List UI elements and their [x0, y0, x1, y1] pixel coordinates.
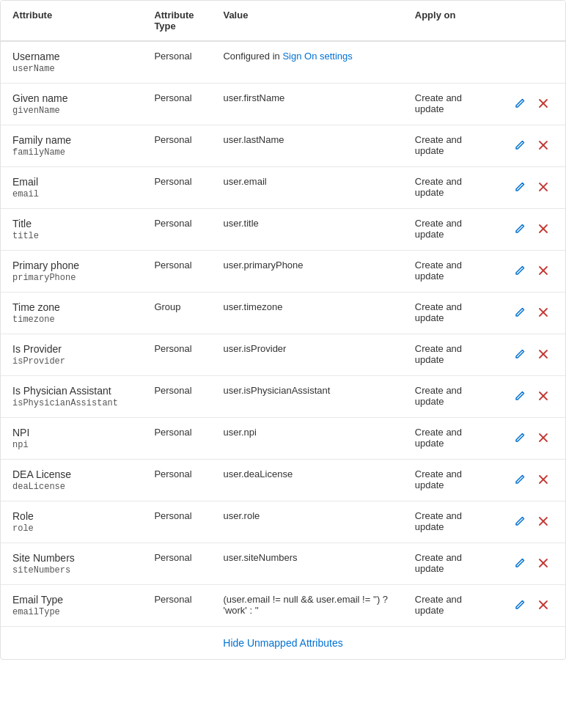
attribute-code: siteNumbers [12, 565, 131, 576]
attribute-cell: Site Numbers siteNumbers [1, 543, 142, 585]
edit-icon [514, 98, 526, 109]
attribute-cell: Is Provider isProvider [1, 334, 142, 376]
edit-button[interactable] [510, 262, 530, 282]
attribute-type-cell: Personal [142, 209, 211, 251]
delete-button[interactable] [533, 596, 554, 616]
attribute-cell: Username userName [1, 41, 142, 84]
attribute-name: Username [12, 51, 131, 62]
actions-cell [495, 460, 565, 501]
delete-button[interactable] [533, 387, 554, 407]
attribute-value-cell: user.npi [211, 418, 403, 460]
attribute-type-cell: Personal [142, 125, 211, 167]
attributes-table: Attribute Attribute Type Value Apply on … [1, 1, 565, 659]
table-header-row: Attribute Attribute Type Value Apply on [1, 1, 565, 41]
edit-button[interactable] [510, 178, 530, 198]
attribute-type-cell: Personal [142, 585, 211, 627]
actions-cell [495, 543, 565, 585]
edit-button[interactable] [510, 387, 530, 407]
edit-icon [514, 181, 526, 193]
edit-button[interactable] [510, 136, 530, 156]
actions-cell [495, 585, 565, 627]
attribute-code: givenName [12, 106, 131, 116]
attribute-name: Email [12, 176, 131, 188]
attribute-value-cell: user.isPhysicianAssistant [211, 376, 403, 418]
table-row: Email Type emailType Personal(user.email… [1, 585, 565, 627]
configured-text: Configured in [223, 51, 282, 62]
edit-button[interactable] [510, 554, 530, 574]
edit-icon [514, 599, 526, 611]
attribute-code: role [12, 523, 131, 534]
apply-on-cell: Create and update [403, 84, 495, 125]
edit-icon [514, 139, 526, 151]
attribute-cell: Is Physician Assistant isPhysicianAssist… [1, 376, 142, 418]
apply-on-cell: Create and update [403, 460, 495, 501]
actions-cell [495, 293, 565, 334]
delete-icon [537, 390, 549, 402]
edit-icon [514, 557, 526, 569]
delete-button[interactable] [533, 429, 554, 449]
attribute-value-cell: Configured in Sign On settings [211, 41, 403, 84]
delete-button[interactable] [533, 220, 554, 240]
attribute-value-cell: user.primaryPhone [211, 251, 403, 293]
delete-button[interactable] [533, 136, 554, 156]
attribute-name: Site Numbers [12, 552, 131, 564]
delete-button[interactable] [533, 471, 554, 490]
delete-button[interactable] [533, 178, 554, 198]
edit-button[interactable] [510, 471, 530, 490]
delete-button[interactable] [533, 512, 554, 532]
actions-cell [495, 251, 565, 293]
sign-on-link[interactable]: Sign On settings [282, 51, 352, 62]
apply-on-cell: Create and update [403, 585, 495, 627]
header-actions [495, 1, 565, 41]
attribute-type-cell: Personal [142, 334, 211, 376]
apply-on-cell: Create and update [403, 251, 495, 293]
table-row: Primary phone primaryPhone Personaluser.… [1, 251, 565, 293]
edit-button[interactable] [510, 512, 530, 532]
attribute-cell: Title title [1, 209, 142, 251]
attribute-cell: DEA License deaLicense [1, 460, 142, 501]
edit-button[interactable] [510, 220, 530, 240]
attribute-value-cell: user.title [211, 209, 403, 251]
attribute-code: email [12, 189, 131, 199]
edit-icon [514, 223, 526, 235]
hide-unmapped-link[interactable]: Hide Unmapped Attributes [223, 637, 342, 649]
edit-icon [514, 306, 526, 318]
delete-button[interactable] [533, 304, 554, 323]
edit-button[interactable] [510, 596, 530, 616]
table-row: Username userName PersonalConfigured in … [1, 41, 565, 84]
edit-button[interactable] [510, 304, 530, 323]
attribute-type-cell: Personal [142, 460, 211, 501]
delete-icon [537, 515, 549, 527]
attribute-type-cell: Personal [142, 251, 211, 293]
apply-on-cell: Create and update [403, 376, 495, 418]
attribute-type-cell: Personal [142, 501, 211, 543]
header-apply-on: Apply on [403, 1, 495, 41]
attribute-type-cell: Personal [142, 84, 211, 125]
attribute-type-cell: Personal [142, 41, 211, 84]
delete-button[interactable] [533, 345, 554, 365]
attribute-name: Primary phone [12, 260, 131, 271]
delete-icon [537, 432, 549, 444]
delete-icon [537, 348, 549, 360]
delete-button[interactable] [533, 554, 554, 574]
attribute-cell: Email email [1, 167, 142, 209]
edit-button[interactable] [510, 345, 530, 365]
delete-button[interactable] [533, 95, 554, 114]
attribute-code: userName [12, 64, 131, 74]
attribute-code: primaryPhone [12, 273, 131, 283]
delete-button[interactable] [533, 262, 554, 282]
edit-button[interactable] [510, 429, 530, 449]
attribute-cell: NPI npi [1, 418, 142, 460]
attribute-name: Is Provider [12, 343, 131, 355]
table-row: Time zone timezone Groupuser.timezoneCre… [1, 293, 565, 334]
attribute-name: Email Type [12, 594, 131, 606]
actions-cell [495, 376, 565, 418]
edit-icon [514, 515, 526, 527]
apply-on-cell [403, 41, 495, 84]
footer-row: Hide Unmapped Attributes [1, 627, 565, 660]
attribute-cell: Family name familyName [1, 125, 142, 167]
apply-on-cell: Create and update [403, 167, 495, 209]
edit-button[interactable] [510, 95, 530, 114]
attribute-value-cell: user.email [211, 167, 403, 209]
delete-icon [537, 181, 549, 193]
